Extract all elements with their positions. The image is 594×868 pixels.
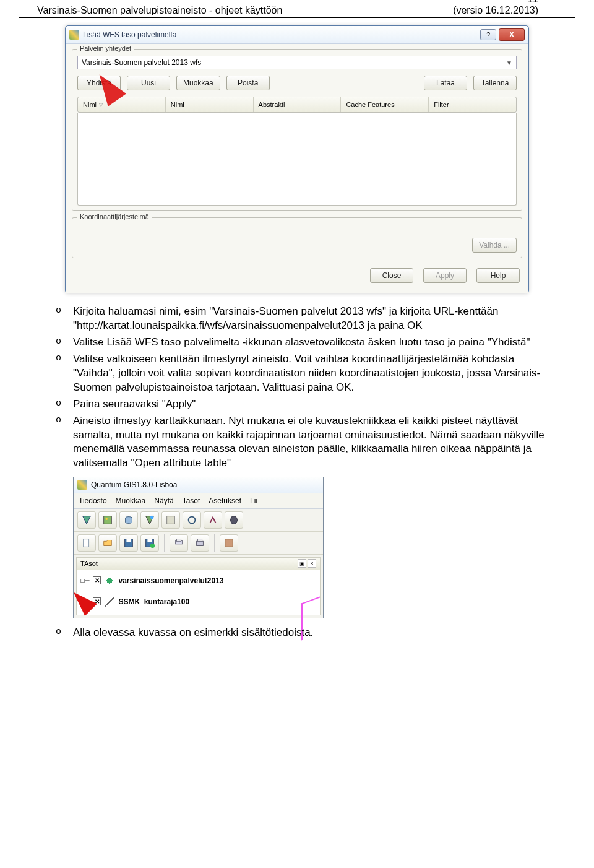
toolbar-icon[interactable] — [204, 511, 222, 529]
svg-rect-14 — [197, 539, 202, 541]
list-item: Aineisto ilmestyy karttaikkunaan. Nyt mu… — [56, 414, 551, 471]
wfs-dialog: Lisää WFS taso palvelimelta ? X Palvelin… — [65, 25, 529, 293]
qgis-menubar: Tiedosto Muokkaa Näytä Tasot Asetukset L… — [74, 493, 323, 509]
svg-rect-4 — [167, 516, 175, 524]
edit-button[interactable]: Muokkaa — [176, 76, 220, 90]
save-as-icon[interactable] — [140, 534, 159, 552]
qgis-title: Quantum GIS1.8.0-Lisboa — [91, 480, 177, 490]
menu-item[interactable]: Muokkaa — [116, 496, 146, 506]
close-icon[interactable]: X — [499, 28, 525, 41]
group-legend: Palvelin yhteydet — [77, 45, 134, 52]
line-symbol-icon — [105, 597, 114, 607]
menu-item[interactable]: Näytä — [154, 496, 173, 506]
save-button[interactable]: Tallenna — [473, 76, 517, 90]
qgis-toolbar-2 — [74, 532, 323, 555]
close-panel-icon[interactable]: × — [308, 559, 316, 568]
crs-legend: Koordinaattijärjestelmä — [77, 213, 152, 220]
add-raster-layer-icon[interactable] — [98, 511, 117, 529]
header-left: Varsinais-Suomen palvelupisteaineisto - … — [37, 5, 282, 16]
instruction-list-2: Alla olevassa kuvassa on esimerkki sisäl… — [56, 626, 551, 640]
close-button[interactable]: Close — [370, 268, 413, 283]
settings-icon[interactable] — [225, 511, 243, 529]
layer-row[interactable]: ⊟─ ✕ SSMK_kuntaraja100 — [79, 595, 317, 609]
layer-visibility-checkbox[interactable]: ✕ — [93, 576, 101, 584]
apply-button[interactable]: Apply — [423, 268, 467, 283]
col-name2[interactable]: Nimi — [166, 97, 254, 112]
col-filter[interactable]: Filter — [429, 97, 516, 112]
svg-rect-13 — [197, 541, 204, 545]
connection-combobox[interactable]: Varsinais-Suomen palvelut 2013 wfs ▼ — [77, 56, 517, 69]
col-abstract[interactable]: Abstrakti — [254, 97, 342, 112]
save-project-icon[interactable] — [119, 534, 138, 552]
connect-button[interactable]: Yhdistä — [77, 76, 121, 90]
tree-collapse-icon[interactable]: ⊟─ — [80, 576, 89, 586]
point-symbol-icon — [105, 576, 114, 586]
qgis-main-window: Quantum GIS1.8.0-Lisboa Tiedosto Muokkaa… — [73, 477, 324, 618]
qgis-app-icon — [69, 30, 79, 40]
layer-name: varsinaissuomenpalvelut2013 — [118, 576, 223, 586]
svg-rect-15 — [225, 539, 233, 547]
new-button[interactable]: Uusi — [127, 76, 170, 90]
combo-value: Varsinais-Suomen palvelut 2013 wfs — [82, 58, 201, 67]
list-item: Alla olevassa kuvassa on esimerkki sisäl… — [56, 626, 551, 640]
instruction-content: Kirjoita haluamasi nimi, esim "Varsinais… — [0, 300, 594, 655]
layer-list-area[interactable] — [77, 113, 517, 206]
add-wfs-layer-icon[interactable] — [140, 511, 159, 529]
dialog-body: Palvelin yhteydet Varsinais-Suomen palve… — [66, 43, 528, 293]
load-button[interactable]: Lataa — [424, 76, 467, 90]
svg-rect-12 — [176, 539, 181, 541]
qgis-titlebar: Quantum GIS1.8.0-Lisboa — [74, 477, 323, 492]
change-crs-button[interactable]: Vaihda ... — [472, 238, 517, 253]
svg-point-10 — [150, 544, 155, 548]
open-project-icon[interactable] — [98, 534, 117, 552]
server-connections-group: Palvelin yhteydet Varsinais-Suomen palve… — [72, 49, 522, 211]
list-item: Valitse Lisää WFS taso palvelimelta -ikk… — [56, 336, 551, 350]
print-icon[interactable] — [191, 534, 209, 552]
add-db-layer-icon[interactable] — [119, 511, 138, 529]
menu-item[interactable]: Asetukset — [209, 496, 241, 506]
qgis-app-icon — [77, 480, 87, 490]
svg-point-1 — [105, 518, 108, 520]
menu-item[interactable]: Lii — [250, 496, 257, 506]
layer-visibility-checkbox[interactable]: ✕ — [93, 597, 101, 605]
svg-point-3 — [150, 515, 153, 518]
crs-group: Koordinaattijärjestelmä Vaihda ... — [72, 217, 522, 258]
new-project-icon[interactable] — [77, 534, 96, 552]
panel-label: TAsot — [80, 559, 98, 568]
svg-rect-7 — [126, 539, 131, 542]
instruction-list: Kirjoita haluamasi nimi, esim "Varsinais… — [56, 305, 551, 471]
layer-row[interactable]: ⊟─ ✕ varsinaissuomenpalvelut2013 — [79, 574, 317, 588]
list-item: Paina seuraavaksi "Apply" — [56, 397, 551, 412]
tree-collapse-icon[interactable]: ⊟─ — [80, 597, 89, 607]
menu-item[interactable]: Tasot — [183, 496, 200, 506]
page-number: 11 — [527, 0, 538, 5]
add-vector-layer-icon[interactable] — [77, 511, 96, 529]
delete-button[interactable]: Poista — [226, 76, 270, 90]
layer-table-header: Nimi▽ Nimi Abstrakti Cache Features Filt… — [77, 97, 517, 113]
undock-panel-icon[interactable]: ▣ — [298, 559, 306, 568]
toolbar-icon[interactable] — [183, 511, 201, 529]
svg-rect-9 — [147, 539, 152, 542]
layers-panel-title: TAsot ▣ × — [76, 557, 321, 570]
dialog-title: Lisää WFS taso palvelimelta — [83, 30, 478, 39]
print-composer-icon[interactable] — [170, 534, 188, 552]
menu-item[interactable]: Tiedosto — [79, 496, 107, 506]
layer-name: SSMK_kuntaraja100 — [118, 597, 189, 607]
page-header: 11 Varsinais-Suomen palvelupisteaineisto… — [19, 0, 575, 18]
toolbar-icon[interactable] — [220, 534, 238, 552]
list-item: Kirjoita haluamasi nimi, esim "Varsinais… — [56, 305, 551, 333]
sort-indicator-icon: ▽ — [99, 102, 103, 108]
col-cache[interactable]: Cache Features — [341, 97, 429, 112]
svg-rect-5 — [84, 539, 89, 547]
help-button[interactable]: Help — [476, 268, 520, 283]
svg-rect-0 — [104, 516, 112, 524]
col-name[interactable]: Nimi▽ — [78, 97, 166, 112]
connection-button-row: Yhdistä Uusi Muokkaa Poista Lataa Tallen… — [77, 76, 517, 90]
header-right: (versio 16.12.2013) — [453, 5, 538, 16]
help-icon[interactable]: ? — [480, 29, 496, 40]
layers-panel: ⊟─ ✕ varsinaissuomenpalvelut2013 ⊟─ ✕ SS… — [76, 570, 321, 615]
chevron-down-icon: ▼ — [506, 59, 512, 66]
toolbar-icon[interactable] — [161, 511, 180, 529]
dialog-titlebar: Lisää WFS taso palvelimelta ? X — [66, 26, 528, 43]
list-item: Valitse valkoiseen kenttään ilmestynyt a… — [56, 352, 551, 395]
